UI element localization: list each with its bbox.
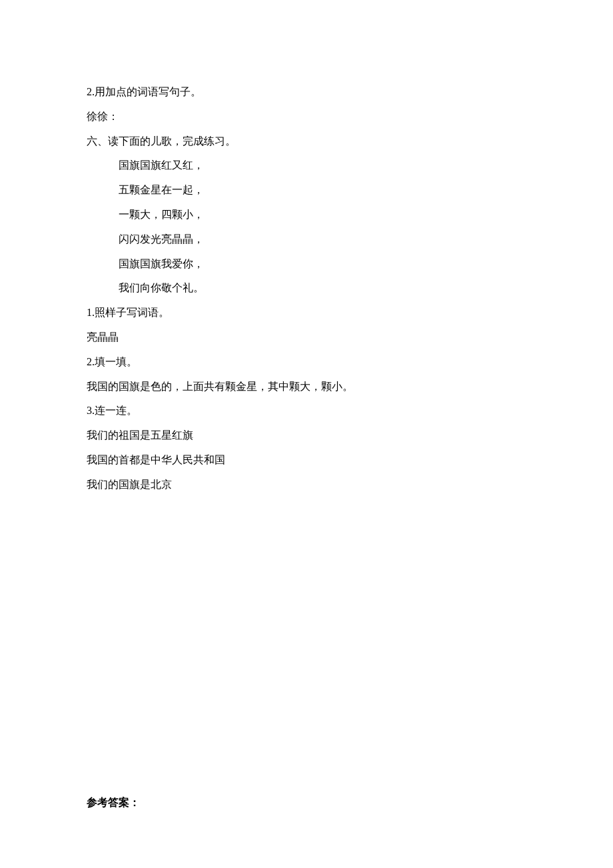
answer-heading: 参考答案： bbox=[87, 791, 526, 815]
exercise-1-example: 亮晶晶 bbox=[87, 325, 526, 350]
question-2-word: 徐徐： bbox=[87, 105, 526, 129]
exercise-1-prompt: 1.照样子写词语。 bbox=[87, 301, 526, 325]
exercise-3-prompt: 3.连一连。 bbox=[87, 399, 526, 423]
poem-line-4: 闪闪发光亮晶晶， bbox=[87, 227, 526, 252]
poem-line-1: 国旗国旗红又红， bbox=[87, 153, 526, 178]
poem-line-3: 一颗大，四颗小， bbox=[87, 203, 526, 227]
poem-line-5: 国旗国旗我爱你， bbox=[87, 252, 526, 277]
poem-line-2: 五颗金星在一起， bbox=[87, 178, 526, 203]
section-6-heading: 六、读下面的儿歌，完成练习。 bbox=[87, 129, 526, 154]
question-2-prompt: 2.用加点的词语写句子。 bbox=[87, 80, 526, 105]
exercise-3-item-2: 我国的首都是中华人民共和国 bbox=[87, 448, 526, 473]
exercise-2-prompt: 2.填一填。 bbox=[87, 350, 526, 375]
exercise-3-item-1: 我们的祖国是五星红旗 bbox=[87, 423, 526, 448]
exercise-3-item-3: 我们的国旗是北京 bbox=[87, 473, 526, 497]
poem-line-6: 我们向你敬个礼。 bbox=[87, 276, 526, 301]
exercise-2-fill: 我国的国旗是色的，上面共有颗金星，其中颗大，颗小。 bbox=[87, 375, 526, 399]
